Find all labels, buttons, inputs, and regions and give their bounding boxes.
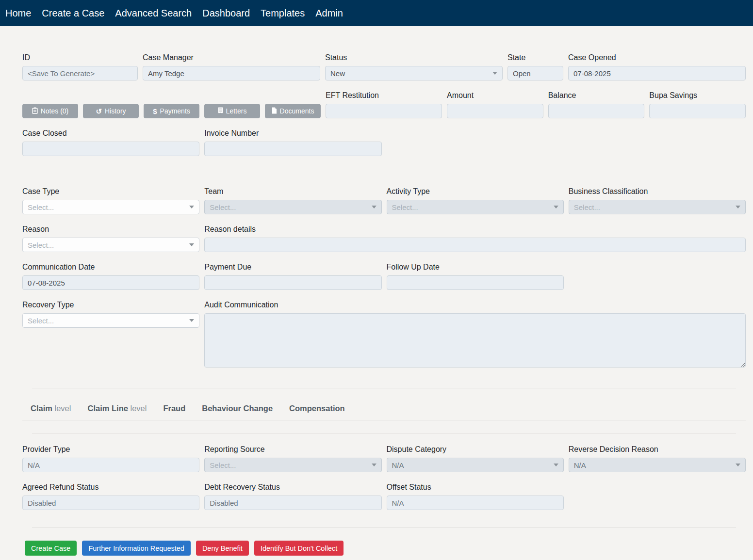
field-dispute-category: Dispute Category N/A — [387, 444, 564, 472]
reason-value: Select... — [28, 241, 54, 249]
activity-type-select[interactable]: Select... — [387, 200, 564, 214]
tab-claim-level[interactable]: Claim level — [31, 404, 71, 413]
section-divider — [32, 388, 736, 388]
dispute-category-select[interactable]: N/A — [387, 458, 564, 472]
field-eft-restitution: EFT Restitution — [326, 90, 442, 118]
chevron-down-icon — [492, 72, 497, 75]
reverse-decision-reason-value: N/A — [574, 461, 586, 469]
field-payment-due: Payment Due — [204, 262, 381, 290]
eft-restitution-label: EFT Restitution — [326, 90, 442, 101]
payments-button[interactable]: $ Payments — [144, 104, 199, 118]
field-bupa-savings: Bupa Savings — [649, 90, 746, 118]
nav-item-dashboard[interactable]: Dashboard — [197, 0, 255, 26]
form-actions: Create Case Further Information Requeste… — [22, 541, 746, 556]
chevron-down-icon — [189, 243, 194, 246]
id-input[interactable] — [22, 66, 138, 80]
team-label: Team — [204, 186, 381, 197]
history-icon: ↺ — [96, 108, 102, 115]
business-classification-label: Business Classification — [569, 186, 746, 197]
communication-date-label: Communication Date — [22, 262, 199, 272]
invoice-number-input[interactable] — [204, 142, 381, 156]
follow-up-date-input[interactable] — [387, 275, 564, 290]
state-label: State — [507, 52, 563, 63]
case-opened-input[interactable] — [568, 66, 746, 80]
field-provider-type: Provider Type — [22, 444, 199, 472]
field-recovery-type: Recovery Type Select... — [22, 300, 199, 369]
eft-restitution-input[interactable] — [326, 104, 442, 118]
field-case-closed: Case Closed — [22, 128, 199, 156]
communication-date-input[interactable] — [22, 275, 199, 290]
tab-fraud[interactable]: Fraud — [163, 404, 185, 413]
tab-behaviour-change[interactable]: Behaviour Change — [202, 404, 273, 413]
field-case-type: Case Type Select... — [22, 186, 199, 214]
document-icon — [272, 107, 277, 115]
letters-button[interactable]: Letters — [204, 104, 260, 118]
bupa-savings-input[interactable] — [649, 104, 746, 118]
state-input[interactable] — [507, 66, 563, 80]
id-label: ID — [22, 52, 138, 63]
field-balance: Balance — [548, 90, 645, 118]
field-amount: Amount — [447, 90, 543, 118]
field-id: ID — [22, 52, 138, 80]
amount-input[interactable] — [447, 104, 543, 118]
offset-status-label: Offset Status — [387, 482, 564, 493]
documents-button[interactable]: Documents — [265, 104, 321, 118]
history-button[interactable]: ↺ History — [83, 104, 139, 118]
recovery-type-select[interactable]: Select... — [22, 313, 199, 328]
further-information-requested-button[interactable]: Further Information Requested — [82, 541, 190, 556]
case-type-value: Select... — [28, 203, 54, 211]
case-closed-input[interactable] — [22, 142, 199, 156]
section-divider — [32, 528, 736, 528]
chevron-down-icon — [736, 206, 740, 208]
notes-button[interactable]: Notes (0) — [22, 104, 78, 118]
business-classification-select[interactable]: Select... — [569, 200, 746, 214]
chevron-down-icon — [189, 319, 194, 322]
debt-recovery-status-input[interactable] — [204, 496, 381, 510]
balance-input[interactable] — [548, 104, 645, 118]
tab-claim-line-level[interactable]: Claim Line level — [87, 404, 147, 413]
offset-status-input[interactable] — [387, 496, 564, 510]
field-team: Team Select... — [204, 186, 381, 214]
provider-type-input[interactable] — [22, 458, 199, 472]
bupa-savings-label: Bupa Savings — [649, 90, 746, 101]
identify-but-dont-collect-button[interactable]: Identify But Don't Collect — [254, 541, 344, 556]
reporting-source-value: Select... — [210, 461, 236, 469]
tab-compensation[interactable]: Compensation — [289, 404, 345, 413]
amount-label: Amount — [447, 90, 543, 101]
audit-communication-textarea[interactable] — [204, 313, 746, 368]
case-type-select[interactable]: Select... — [22, 200, 199, 214]
nav-item-admin[interactable]: Admin — [310, 0, 348, 26]
status-select[interactable]: New — [325, 66, 503, 80]
nav-item-create-a-case[interactable]: Create a Case — [36, 0, 110, 26]
case-manager-input[interactable] — [143, 66, 320, 80]
agreed-refund-status-input[interactable] — [22, 496, 199, 510]
team-select[interactable]: Select... — [204, 200, 381, 214]
reverse-decision-reason-select[interactable]: N/A — [569, 458, 746, 472]
field-invoice-number: Invoice Number — [204, 128, 381, 156]
field-case-opened: Case Opened — [568, 52, 746, 80]
reporting-source-select[interactable]: Select... — [204, 458, 381, 472]
field-activity-type: Activity Type Select... — [387, 186, 564, 214]
reason-select[interactable]: Select... — [22, 238, 199, 252]
notes-button-label: Notes (0) — [41, 107, 69, 115]
reason-details-input[interactable] — [204, 238, 746, 252]
status-label: Status — [325, 52, 503, 63]
chevron-down-icon — [372, 206, 376, 208]
payment-due-input[interactable] — [204, 275, 381, 290]
deny-benefit-button[interactable]: Deny Benefit — [196, 541, 249, 556]
nav-item-advanced-search[interactable]: Advanced Search — [110, 0, 197, 26]
field-reason: Reason Select... — [22, 224, 199, 252]
team-value: Select... — [210, 203, 236, 211]
create-case-button[interactable]: Create Case — [25, 541, 77, 556]
field-reason-details: Reason details — [204, 224, 746, 252]
nav-item-home[interactable]: Home — [0, 0, 36, 26]
payment-due-label: Payment Due — [204, 262, 381, 272]
case-manager-label: Case Manager — [143, 52, 320, 63]
invoice-number-label: Invoice Number — [204, 128, 381, 139]
activity-type-label: Activity Type — [387, 186, 564, 197]
nav-item-templates[interactable]: Templates — [255, 0, 310, 26]
reason-details-label: Reason details — [204, 224, 746, 235]
payments-button-label: Payments — [160, 107, 190, 115]
field-follow-up-date: Follow Up Date — [387, 262, 564, 290]
letters-button-label: Letters — [226, 107, 247, 115]
